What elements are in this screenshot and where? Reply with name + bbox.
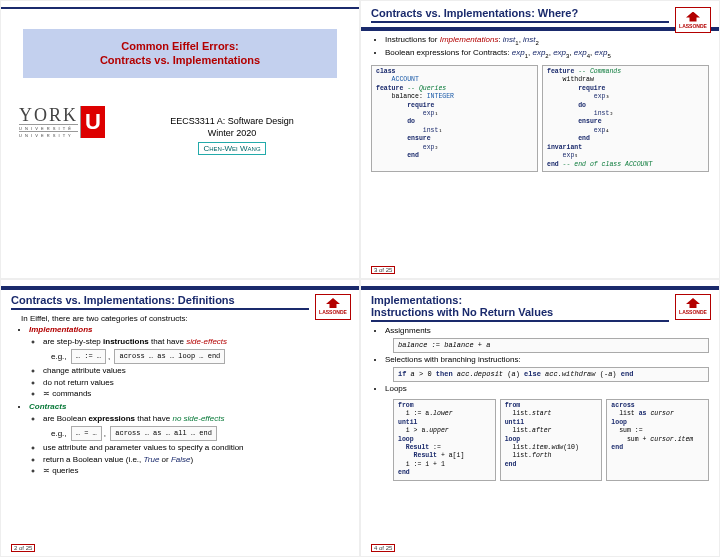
contr-bullet-4: ≍ queries bbox=[43, 466, 349, 476]
slide-title: Common Eiffel Errors: Contracts vs. Impl… bbox=[0, 0, 360, 279]
code-if: if a > 0 then acc.deposit (a) else acc.w… bbox=[393, 367, 709, 382]
bullet-loops: Loops bbox=[385, 384, 709, 394]
code-left: class ACCOUNT feature -- Queries balance… bbox=[371, 65, 538, 172]
title-banner: Common Eiffel Errors: Contracts vs. Impl… bbox=[23, 29, 337, 78]
bullet-list: Instructions for Implementations: inst1,… bbox=[385, 35, 709, 61]
lassonde-logo: LASSONDE bbox=[675, 294, 711, 320]
eg-row-2: e.g., … = …, across … as … all … end bbox=[51, 426, 349, 441]
banner-line-2: Contracts vs. Implementations bbox=[27, 53, 333, 67]
accent-bar bbox=[1, 286, 359, 290]
code-assign: … := … bbox=[71, 349, 106, 364]
slide-definitions: LASSONDE Contracts vs. Implementations: … bbox=[0, 279, 360, 558]
impl-bullet-4: ≍ commands bbox=[43, 389, 349, 399]
slide-where: LASSONDE Contracts vs. Implementations: … bbox=[360, 0, 720, 279]
banner-line-1: Common Eiffel Errors: bbox=[27, 39, 333, 53]
loop-row: from i := a.lower until i > a.upper loop… bbox=[393, 397, 709, 483]
york-logo: YORK U N I V E R S I T É U N I V E R S I… bbox=[19, 106, 105, 138]
york-sub-1: U N I V E R S I T É bbox=[19, 124, 78, 131]
accent-bar bbox=[361, 286, 719, 290]
contr-bullet-2: use attribute and parameter values to sp… bbox=[43, 443, 349, 453]
bullet-selections: Selections with branching instructions: bbox=[385, 355, 709, 365]
bullet-list-2: Selections with branching instructions: bbox=[385, 355, 709, 365]
code-loop-2: from list.start until list.after loop li… bbox=[500, 399, 603, 481]
eg-row-1: e.g., … := …, across … as … loop … end bbox=[51, 349, 349, 364]
bullet-list-3: Loops bbox=[385, 384, 709, 394]
slide-title-text: Implementations: Instructions with No Re… bbox=[371, 294, 669, 322]
slide-title-text: Contracts vs. Implementations: Where? bbox=[371, 7, 669, 23]
code-assignment: balance := balance + a bbox=[393, 338, 709, 353]
impl-bullet-3: do not return values bbox=[43, 378, 349, 388]
york-wordmark: YORK bbox=[19, 106, 78, 124]
slide-instructions: LASSONDE Implementations: Instructions w… bbox=[360, 279, 720, 558]
lassonde-logo: LASSONDE bbox=[315, 294, 351, 320]
top-rule bbox=[1, 7, 359, 9]
code-loop-3: across list as cursor loop sum := sum + … bbox=[606, 399, 709, 481]
outer-list: Implementations are step-by-step instruc… bbox=[29, 325, 349, 477]
bullet-list: Assignments bbox=[385, 326, 709, 336]
code-columns: class ACCOUNT feature -- Queries balance… bbox=[371, 63, 709, 174]
course-code: EECS3311 A: Software Design bbox=[115, 116, 349, 126]
impl-bullet-1: are step-by-step instructions that have … bbox=[43, 337, 349, 347]
code-across-loop: across … as … loop … end bbox=[114, 349, 225, 364]
code-across-all: across … as … all … end bbox=[110, 426, 217, 441]
cat-contracts: Contracts are Boolean expressions that h… bbox=[29, 402, 349, 477]
term: Winter 2020 bbox=[115, 128, 349, 138]
page-number: 3 of 25 bbox=[371, 266, 395, 274]
accent-bar bbox=[361, 27, 719, 31]
slide-title-text: Contracts vs. Implementations: Definitio… bbox=[11, 294, 309, 310]
author: Chen-Wei Wang bbox=[198, 142, 265, 155]
contr-bullet-1: are Boolean expressions that have no sid… bbox=[43, 414, 349, 424]
contr-bullet-3: return a Boolean value (i.e., True or Fa… bbox=[43, 455, 349, 465]
code-eq: … = … bbox=[71, 426, 102, 441]
bullet-contracts: Boolean expressions for Contracts: exp1,… bbox=[385, 48, 709, 60]
code-right: feature -- Commands withdraw require exp… bbox=[542, 65, 709, 172]
york-u-block: U bbox=[80, 106, 105, 138]
lassonde-logo: LASSONDE bbox=[675, 7, 711, 33]
cat-implementations: Implementations are step-by-step instruc… bbox=[29, 325, 349, 400]
bullet-implementations: Instructions for Implementations: inst1,… bbox=[385, 35, 709, 47]
impl-bullet-2: change attribute values bbox=[43, 366, 349, 376]
page-number: 2 of 25 bbox=[11, 544, 35, 552]
bullet-assignments: Assignments bbox=[385, 326, 709, 336]
page-number: 4 of 25 bbox=[371, 544, 395, 552]
intro-text: In Eiffel, there are two categories of c… bbox=[21, 314, 349, 323]
york-sub-2: U N I V E R S I T Y bbox=[19, 131, 78, 138]
code-loop-1: from i := a.lower until i > a.upper loop… bbox=[393, 399, 496, 481]
